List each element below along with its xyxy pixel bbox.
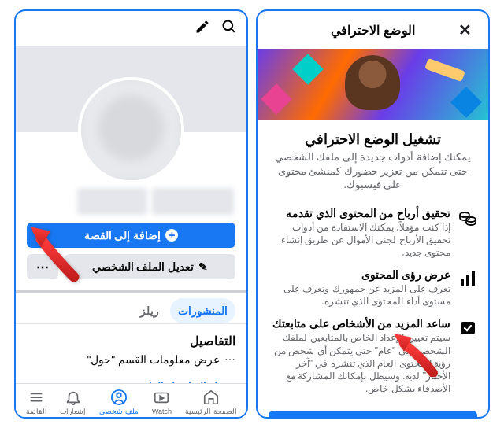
follow-icon	[458, 317, 477, 336]
tab-reels[interactable]: ريلز	[132, 298, 167, 323]
promo-image	[258, 49, 488, 120]
svg-rect-4	[472, 271, 475, 286]
close-icon[interactable]: ✕	[458, 20, 477, 39]
nav-watch[interactable]: Watch	[152, 389, 172, 415]
nav-home[interactable]: الصفحة الرئيسية	[185, 389, 237, 415]
dots-icon: ⋯	[224, 353, 235, 366]
profile-phone: + إضافة إلى القصة ✎ تعديل الملف الشخصي ⋯…	[14, 9, 248, 419]
svg-point-6	[224, 21, 233, 31]
turn-on-button[interactable]: تشغيل	[269, 411, 477, 419]
top-bar	[16, 11, 246, 46]
add-story-button[interactable]: + إضافة إلى القصة	[27, 223, 235, 248]
svg-rect-5	[461, 322, 475, 334]
feature-title: ساعد المزيد من الأشخاص على متابعتك	[269, 317, 450, 330]
feature-body: سيتم تعيين الإعداد الخاص بالمتابعين لملف…	[269, 331, 450, 395]
details-title: التفاصيل	[27, 334, 235, 349]
avatar[interactable]	[78, 77, 184, 183]
dialog-header: ✕ الوضع الاحترافي	[258, 11, 488, 49]
action-buttons: + إضافة إلى القصة ✎ تعديل الملف الشخصي ⋯	[16, 216, 246, 287]
intro-section: تشغيل الوضع الاحترافي يمكنك إضافة أدوات …	[258, 120, 488, 199]
dialog-title: الوضع الاحترافي	[287, 23, 458, 38]
profile-name	[28, 188, 234, 215]
feature-title: عرض رؤى المحتوى	[269, 268, 450, 281]
feature-item: ساعد المزيد من الأشخاص على متابعتك سيتم …	[269, 312, 477, 400]
feature-item: تحقيق أرباح من المحتوى الذي تقدمه إذا كن…	[269, 202, 477, 264]
nav-profile[interactable]: ملف شخصي	[99, 389, 139, 415]
tab-posts[interactable]: المنشورات	[170, 298, 235, 323]
pencil-icon: ✎	[198, 260, 208, 273]
svg-rect-3	[466, 275, 469, 286]
avatar-wrap	[16, 77, 246, 183]
search-icon[interactable]	[221, 19, 237, 38]
intro-title: تشغيل الوضع الاحترافي	[270, 131, 476, 148]
chart-icon	[458, 268, 477, 287]
about-link[interactable]: ⋯ عرض معلومات القسم "حول"	[27, 353, 235, 366]
svg-point-0	[460, 212, 469, 217]
feature-list: تحقيق أرباح من المحتوى الذي تقدمه إذا كن…	[258, 199, 488, 404]
intro-body: يمكنك إضافة أدوات جديدة إلى ملفك الشخصي …	[270, 151, 476, 193]
edit-profile-button[interactable]: ✎ تعديل الملف الشخصي	[65, 254, 235, 279]
feature-body: تعرف على المزيد عن جمهورك وتعرف على مستو…	[269, 282, 450, 308]
svg-point-9	[117, 393, 121, 398]
bottom-nav: الصفحة الرئيسية Watch ملف شخصي إشعارات ا…	[16, 383, 246, 417]
feature-body: إذا كنت مؤهلاً، يمكنك الاستفادة من أدوات…	[269, 221, 450, 260]
edit-icon[interactable]	[195, 19, 210, 38]
dialog-phone: ✕ الوضع الاحترافي تشغيل الوضع الاحترافي …	[256, 9, 490, 419]
nav-notifications[interactable]: إشعارات	[60, 389, 86, 415]
money-icon	[458, 207, 477, 226]
plus-icon: +	[165, 229, 178, 242]
svg-rect-2	[461, 279, 464, 286]
feature-title: تحقيق أرباح من المحتوى الذي تقدمه	[269, 207, 450, 220]
feature-item: عرض رؤى المحتوى تعرف على المزيد عن جمهور…	[269, 264, 477, 312]
details-section: التفاصيل ⋯ عرض معلومات القسم "حول"	[16, 324, 246, 371]
dialog-footer: تشغيل تعرف على المزيد	[258, 403, 488, 419]
more-button[interactable]: ⋯	[27, 254, 58, 279]
nav-menu[interactable]: القائمة	[26, 389, 47, 415]
profile-tabs: المنشورات ريلز	[16, 293, 246, 324]
